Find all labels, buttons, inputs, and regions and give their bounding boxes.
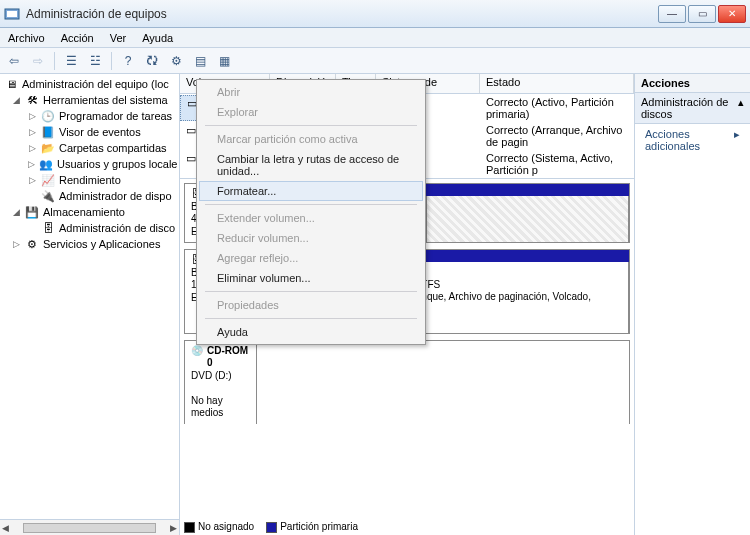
legend-unallocated: No asignado [198, 521, 254, 532]
ctx-reducir[interactable]: Reducir volumen... [199, 228, 423, 248]
forward-icon[interactable]: ⇨ [28, 51, 48, 71]
menu-ver[interactable]: Ver [102, 32, 135, 44]
properties-icon[interactable]: ☳ [85, 51, 105, 71]
window-buttons: — ▭ ✕ [658, 5, 746, 23]
legend-primary: Partición primaria [280, 521, 358, 532]
view-list-icon[interactable]: ▤ [190, 51, 210, 71]
ctx-activa[interactable]: Marcar partición como activa [199, 129, 423, 149]
collapse-icon[interactable]: ▴ [738, 96, 744, 120]
menu-archivo[interactable]: Archivo [0, 32, 53, 44]
cdrom-icon: 💿 [191, 345, 203, 370]
menu-accion[interactable]: Acción [53, 32, 102, 44]
ctx-prop[interactable]: Propiedades [199, 295, 423, 315]
ctx-formatear[interactable]: Formatear... [199, 181, 423, 201]
tree-carpetas[interactable]: ▷📂Carpetas compartidas [2, 140, 177, 156]
legend: No asignado Partición primaria [180, 519, 634, 535]
actions-pane: Acciones Administración de discos▴ Accio… [635, 74, 750, 535]
menubar: Archivo Acción Ver Ayuda [0, 28, 750, 48]
tree-herramientas[interactable]: ◢🛠Herramientas del sistema [2, 92, 177, 108]
view-graphic-icon[interactable]: ▦ [214, 51, 234, 71]
menu-ayuda[interactable]: Ayuda [134, 32, 181, 44]
ctx-extender[interactable]: Extender volumen... [199, 208, 423, 228]
ctx-eliminar[interactable]: Eliminar volumen... [199, 268, 423, 288]
back-icon[interactable]: ⇦ [4, 51, 24, 71]
tree-rendimiento[interactable]: ▷📈Rendimiento [2, 172, 177, 188]
titlebar: Administración de equipos — ▭ ✕ [0, 0, 750, 28]
toolbar: ⇦ ⇨ ☰ ☳ ? 🗘 ⚙ ▤ ▦ [0, 48, 750, 74]
refresh-icon[interactable]: 🗘 [142, 51, 162, 71]
show-hide-icon[interactable]: ☰ [61, 51, 81, 71]
tree-scrollbar[interactable]: ◀▶ [0, 519, 179, 535]
context-menu: Abrir Explorar Marcar partición como act… [196, 79, 426, 345]
help-icon[interactable]: ? [118, 51, 138, 71]
nav-tree[interactable]: 🖥Administración del equipo (loc ◢🛠Herram… [0, 74, 180, 535]
actions-section[interactable]: Administración de discos▴ [635, 93, 750, 124]
disk-settings-icon[interactable]: ⚙ [166, 51, 186, 71]
tree-dispositivos[interactable]: 🔌Administrador de dispo [2, 188, 177, 204]
chevron-right-icon: ▸ [734, 128, 740, 152]
ctx-reflejo[interactable]: Agregar reflejo... [199, 248, 423, 268]
tree-programador[interactable]: ▷🕒Programador de tareas [2, 108, 177, 124]
tree-almacenamiento[interactable]: ◢💾Almacenamiento [2, 204, 177, 220]
maximize-button[interactable]: ▭ [688, 5, 716, 23]
actions-header: Acciones [635, 74, 750, 93]
col-estado[interactable]: Estado [480, 74, 634, 93]
actions-more[interactable]: Acciones adicionales▸ [635, 124, 750, 156]
app-icon [4, 6, 20, 22]
ctx-explorar[interactable]: Explorar [199, 102, 423, 122]
unallocated-space[interactable] [427, 196, 629, 242]
tree-root[interactable]: 🖥Administración del equipo (loc [2, 76, 177, 92]
disk-info: 💿CD-ROM 0 DVD (D:) No hay medios [185, 341, 257, 424]
svg-rect-1 [7, 11, 17, 17]
ctx-abrir[interactable]: Abrir [199, 82, 423, 102]
cdrom-0[interactable]: 💿CD-ROM 0 DVD (D:) No hay medios [184, 340, 630, 424]
ctx-letra[interactable]: Cambiar la letra y rutas de acceso de un… [199, 149, 423, 181]
tree-discos[interactable]: 🗄Administración de disco [2, 220, 177, 236]
minimize-button[interactable]: — [658, 5, 686, 23]
close-button[interactable]: ✕ [718, 5, 746, 23]
tree-usuarios[interactable]: ▷👥Usuarios y grupos locale [2, 156, 177, 172]
window-title: Administración de equipos [26, 7, 658, 21]
tree-servicios[interactable]: ▷⚙Servicios y Aplicaciones [2, 236, 177, 252]
ctx-ayuda[interactable]: Ayuda [199, 322, 423, 342]
tree-visor[interactable]: ▷📘Visor de eventos [2, 124, 177, 140]
